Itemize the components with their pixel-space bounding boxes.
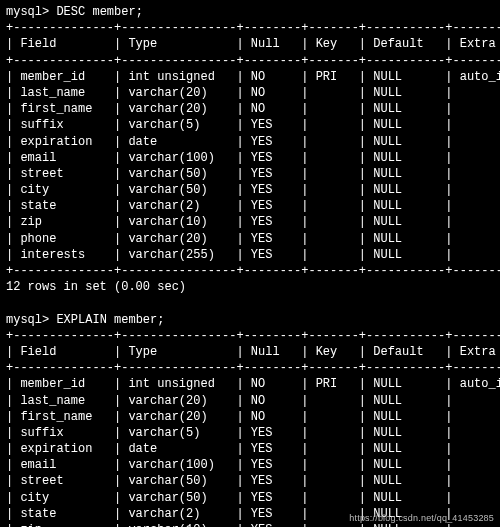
table-row: | expiration | date | YES | | NULL | | bbox=[6, 134, 494, 150]
table-rule: +--------------+----------------+-------… bbox=[6, 360, 494, 376]
terminal-output: mysql> DESC member;+--------------+-----… bbox=[0, 0, 500, 527]
prompt-line[interactable]: mysql> DESC member; bbox=[6, 4, 494, 20]
blank-line bbox=[6, 295, 494, 311]
prompt-text: mysql> bbox=[6, 313, 56, 327]
table-header-row: | Field | Type | Null | Key | Default | … bbox=[6, 36, 494, 52]
table-row: | street | varchar(50) | YES | | NULL | … bbox=[6, 473, 494, 489]
table-row: | email | varchar(100) | YES | | NULL | … bbox=[6, 150, 494, 166]
table-row: | state | varchar(2) | YES | | NULL | | bbox=[6, 198, 494, 214]
table-rule: +--------------+----------------+-------… bbox=[6, 20, 494, 36]
table-row: | suffix | varchar(5) | YES | | NULL | | bbox=[6, 117, 494, 133]
table-row: | zip | varchar(10) | YES | | NULL | | bbox=[6, 214, 494, 230]
table-header-row: | Field | Type | Null | Key | Default | … bbox=[6, 344, 494, 360]
table-row: | member_id | int unsigned | NO | PRI | … bbox=[6, 69, 494, 85]
result-footer: 12 rows in set (0.00 sec) bbox=[6, 279, 494, 295]
table-row: | last_name | varchar(20) | NO | | NULL … bbox=[6, 85, 494, 101]
table-rule: +--------------+----------------+-------… bbox=[6, 328, 494, 344]
table-row: | interests | varchar(255) | YES | | NUL… bbox=[6, 247, 494, 263]
table-rule: +--------------+----------------+-------… bbox=[6, 53, 494, 69]
prompt-line[interactable]: mysql> EXPLAIN member; bbox=[6, 312, 494, 328]
prompt-text: mysql> bbox=[6, 5, 56, 19]
command-text: EXPLAIN member; bbox=[56, 313, 164, 327]
table-row: | suffix | varchar(5) | YES | | NULL | | bbox=[6, 425, 494, 441]
table-row: | last_name | varchar(20) | NO | | NULL … bbox=[6, 393, 494, 409]
table-row: | member_id | int unsigned | NO | PRI | … bbox=[6, 376, 494, 392]
table-row: | first_name | varchar(20) | NO | | NULL… bbox=[6, 409, 494, 425]
table-row: | email | varchar(100) | YES | | NULL | … bbox=[6, 457, 494, 473]
table-row: | street | varchar(50) | YES | | NULL | … bbox=[6, 166, 494, 182]
table-row: | phone | varchar(20) | YES | | NULL | | bbox=[6, 231, 494, 247]
table-row: | city | varchar(50) | YES | | NULL | | bbox=[6, 490, 494, 506]
watermark-text: https://blog.csdn.net/qq_41453285 bbox=[349, 512, 494, 524]
table-rule: +--------------+----------------+-------… bbox=[6, 263, 494, 279]
command-text: DESC member; bbox=[56, 5, 142, 19]
table-row: | first_name | varchar(20) | NO | | NULL… bbox=[6, 101, 494, 117]
table-row: | expiration | date | YES | | NULL | | bbox=[6, 441, 494, 457]
table-row: | city | varchar(50) | YES | | NULL | | bbox=[6, 182, 494, 198]
